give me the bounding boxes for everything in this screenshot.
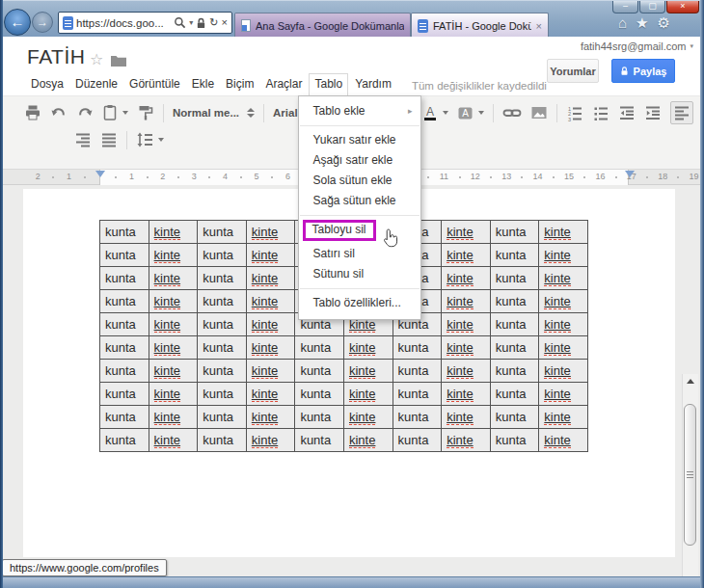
insert-link-button[interactable]	[502, 106, 522, 120]
table-cell[interactable]: kunta	[198, 336, 247, 360]
table-cell[interactable]: kinte	[149, 244, 198, 267]
menubar-item-düzenle[interactable]: Düzenle	[70, 73, 122, 95]
table-cell[interactable]: kinte	[539, 429, 588, 452]
outdent-button[interactable]	[618, 104, 636, 121]
table-cell[interactable]: kunta	[198, 383, 247, 406]
settings-gear-icon[interactable]: ⚙	[658, 14, 670, 32]
minimize-button[interactable]: –	[612, 1, 638, 13]
align-right-button[interactable]	[74, 131, 92, 148]
menubar-item-görüntüle[interactable]: Görüntüle	[124, 73, 185, 95]
bullet-list-button[interactable]	[592, 104, 609, 121]
table-cell[interactable]: kinte	[246, 429, 295, 452]
table-cell[interactable]: kinte	[246, 383, 295, 406]
table-cell[interactable]: kunta	[100, 336, 149, 360]
document-title[interactable]: FATİH	[27, 45, 85, 68]
table-cell[interactable]: kinte	[149, 290, 198, 313]
forward-button[interactable]: →	[32, 12, 53, 33]
table-cell[interactable]: kunta	[100, 244, 149, 267]
table-cell[interactable]: kinte	[539, 290, 588, 313]
table-cell[interactable]: kunta	[490, 290, 539, 313]
table-cell[interactable]: kinte	[149, 336, 198, 360]
comments-button[interactable]: Yorumlar	[547, 59, 599, 83]
table-cell[interactable]: kinte	[442, 406, 491, 429]
vertical-scrollbar[interactable]	[682, 374, 698, 588]
table-cell[interactable]: kunta	[100, 360, 149, 383]
undo-button[interactable]	[50, 104, 68, 121]
left-indent-marker[interactable]	[95, 171, 105, 177]
table-cell[interactable]: kinte	[149, 383, 198, 406]
font-selector[interactable]: Arial	[273, 107, 298, 119]
table-cell[interactable]: kinte	[442, 383, 491, 406]
scroll-up-button[interactable]	[683, 374, 698, 388]
indent-button[interactable]	[644, 104, 662, 121]
table-cell[interactable]: kinte	[149, 429, 198, 452]
menubar-item-tablo[interactable]: TabloTablo ekle▸Yukarı satır ekleAşağı s…	[309, 73, 348, 95]
table-cell[interactable]: kunta	[490, 244, 539, 267]
align-justify-button[interactable]	[100, 131, 118, 148]
account-email[interactable]: fatih44srg@gmail.com ▾	[581, 40, 693, 52]
table-cell[interactable]: kinte	[246, 290, 295, 313]
table-cell[interactable]: kunta	[100, 290, 149, 313]
table-cell[interactable]: kinte	[539, 336, 588, 360]
search-icon[interactable]	[174, 16, 186, 29]
folder-icon[interactable]	[111, 55, 126, 67]
table-cell[interactable]: kunta	[490, 406, 539, 429]
paint-format-button[interactable]	[137, 104, 154, 121]
star-document-icon[interactable]: ☆	[90, 50, 103, 68]
table-cell[interactable]: kinte	[343, 383, 393, 406]
line-spacing-button[interactable]	[136, 131, 164, 148]
table-cell[interactable]: kunta	[198, 406, 247, 429]
table-cell[interactable]: kinte	[539, 267, 588, 290]
table-cell[interactable]: kinte	[442, 429, 491, 452]
menu-item-satırı-sil[interactable]: Satırı sil	[299, 244, 420, 264]
table-cell[interactable]: kunta	[198, 244, 247, 267]
table-cell[interactable]: kinte	[539, 406, 588, 429]
table-cell[interactable]: kunta	[490, 267, 539, 290]
table-cell[interactable]: kunta	[198, 313, 247, 336]
menu-item-tablo-özellikleri[interactable]: Tablo özellikleri...	[299, 293, 420, 313]
table-cell[interactable]: kinte	[442, 244, 491, 267]
table-cell[interactable]: kunta	[393, 383, 442, 406]
maximize-button[interactable]: ▢	[639, 1, 665, 13]
share-button[interactable]: Paylaş	[611, 59, 675, 83]
table-cell[interactable]: kinte	[246, 244, 295, 267]
table-cell[interactable]: kinte	[149, 313, 198, 336]
tab-fatih[interactable]: FATİH - Google Dokümanlar ×	[411, 13, 549, 38]
back-button[interactable]: ←	[4, 9, 31, 36]
redo-button[interactable]	[76, 104, 94, 121]
table-cell[interactable]: kunta	[100, 429, 149, 452]
table-cell[interactable]: kunta	[198, 429, 247, 452]
table-cell[interactable]: kunta	[100, 313, 149, 336]
table-cell[interactable]: kinte	[539, 244, 588, 267]
table-cell[interactable]: kunta	[490, 360, 539, 383]
table-cell[interactable]: kinte	[442, 221, 491, 244]
align-left-button[interactable]	[670, 101, 693, 124]
table-cell[interactable]: kunta	[198, 221, 247, 244]
table-cell[interactable]: kunta	[490, 383, 539, 406]
menu-item-sola-sütun-ekle[interactable]: Sola sütun ekle	[299, 171, 420, 191]
refresh-icon[interactable]: ↻	[209, 17, 218, 28]
highlight-dropdown-icon[interactable]	[478, 111, 484, 115]
table-cell[interactable]: kunta	[295, 429, 344, 452]
close-button[interactable]: ×	[666, 1, 699, 13]
table-cell[interactable]: kunta	[393, 406, 442, 429]
menu-item-yukarı-satır-ekle[interactable]: Yukarı satır ekle	[299, 130, 420, 150]
table-cell[interactable]: kinte	[149, 221, 198, 244]
table-cell[interactable]: kunta	[198, 290, 247, 313]
numbered-list-button[interactable]: 1 2 3	[566, 104, 583, 121]
menu-item-tabloyu-sil[interactable]: Tabloyu sil	[299, 220, 420, 244]
table-cell[interactable]: kunta	[198, 267, 247, 290]
table-cell[interactable]: kunta	[490, 336, 539, 360]
table-cell[interactable]: kinte	[343, 336, 393, 360]
table-cell[interactable]: kunta	[295, 360, 344, 383]
table-cell[interactable]: kunta	[490, 429, 539, 452]
table-cell[interactable]: kinte	[246, 267, 295, 290]
menu-item-tablo-ekle[interactable]: Tablo ekle▸	[299, 101, 420, 121]
home-icon[interactable]: ⌂	[618, 14, 627, 32]
table-cell[interactable]: kinte	[539, 313, 588, 336]
tab-close-icon[interactable]: ×	[536, 20, 542, 32]
menubar-item-yardım[interactable]: Yardım	[350, 73, 396, 95]
table-cell[interactable]: kinte	[343, 406, 393, 429]
table-cell[interactable]: kinte	[539, 383, 588, 406]
table-cell[interactable]: kinte	[149, 267, 198, 290]
